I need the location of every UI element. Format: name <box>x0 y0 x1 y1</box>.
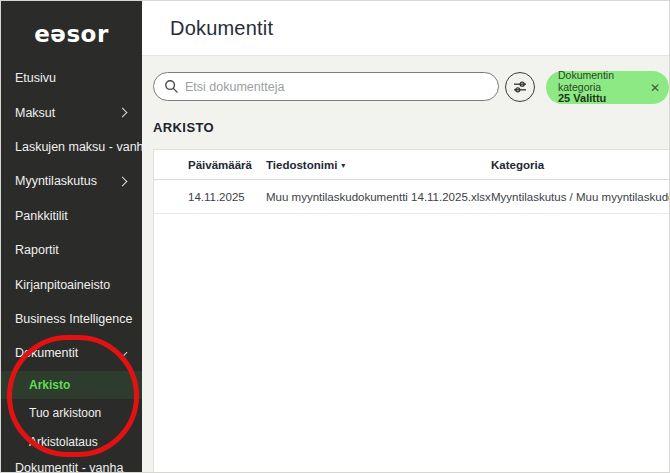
sidebar-item-label: Maksut <box>15 106 55 120</box>
sidebar-item-label: Etusivu <box>15 71 56 85</box>
chip-value: 25 Valittu <box>558 93 644 105</box>
page-title: Dokumentit <box>170 17 273 40</box>
sidebar-item-kirjanpitoaineisto[interactable]: Kirjanpitoaineisto <box>1 267 142 301</box>
chip-label: Dokumentin kategoria <box>558 70 644 93</box>
content-area: Dokumentin kategoria 25 Valittu ✕ ARKIST… <box>142 56 669 472</box>
sidebar-item-label: Arkisto <box>29 378 70 392</box>
table-header-row: Päivämäärä Tiedostonimi▾ Kategoria <box>154 150 670 180</box>
sidebar-menu: Etusivu Maksut Laskujen maksu - vanha My… <box>1 61 142 473</box>
sidebar-item-laskujen-maksu-vanha[interactable]: Laskujen maksu - vanha <box>1 130 142 164</box>
category-filter-chip[interactable]: Dokumentin kategoria 25 Valittu ✕ <box>546 71 669 104</box>
archive-section-title: ARKISTO <box>153 120 214 135</box>
col-header-category[interactable]: Kategoria <box>491 159 670 171</box>
table-row[interactable]: 14.11.2025 Muu myyntilaskudokumentti 14.… <box>154 180 670 214</box>
search-input[interactable] <box>185 80 488 94</box>
sidebar-item-label: Dokumentit - vanha <box>15 461 123 473</box>
sidebar-item-label: Raportit <box>15 243 59 257</box>
main-area: Dokumentit Dokumentin <box>142 1 669 472</box>
search-box[interactable] <box>153 72 499 101</box>
easor-logo: eǝsor <box>1 1 142 61</box>
cell-category: Myyntilaskutus / Muu myyntilaskudokum <box>491 191 670 203</box>
cell-filename: Muu myyntilaskudokumentti 14.11.2025.xls… <box>266 191 491 203</box>
sidebar-item-arkisto[interactable]: Arkisto <box>1 371 142 400</box>
sidebar: eǝsor Etusivu Maksut Laskujen maksu - va… <box>1 1 142 472</box>
sidebar-item-tuo-arkistoon[interactable]: Tuo arkistoon <box>1 399 142 428</box>
sort-desc-icon: ▾ <box>341 161 345 170</box>
cell-date: 14.11.2025 <box>188 191 266 203</box>
sidebar-item-maksut[interactable]: Maksut <box>1 95 142 129</box>
app-window: eǝsor Etusivu Maksut Laskujen maksu - va… <box>0 0 670 473</box>
col-header-filename[interactable]: Tiedostonimi▾ <box>266 159 491 171</box>
sidebar-item-dokumentit[interactable]: Dokumentit <box>1 336 142 370</box>
sidebar-item-dokumentit-vanha[interactable]: Dokumentit - vanha <box>1 456 142 473</box>
sidebar-item-etusivu[interactable]: Etusivu <box>1 61 142 95</box>
sidebar-item-label: Dokumentit <box>15 346 78 360</box>
page-header: Dokumentit <box>142 1 669 56</box>
sidebar-item-label: Pankkitilit <box>15 209 68 223</box>
search-icon <box>164 79 179 94</box>
col-header-filename-label: Tiedostonimi <box>266 159 337 171</box>
archive-table: Päivämäärä Tiedostonimi▾ Kategoria 14.11… <box>153 149 670 472</box>
sidebar-item-raportit[interactable]: Raportit <box>1 233 142 267</box>
sidebar-item-label: Myyntilaskutus <box>15 174 97 188</box>
chip-text: Dokumentin kategoria 25 Valittu <box>558 70 644 105</box>
sidebar-item-label: Kirjanpitoaineisto <box>15 278 110 292</box>
sidebar-item-pankkitilit[interactable]: Pankkitilit <box>1 199 142 233</box>
chip-close-icon[interactable]: ✕ <box>644 81 660 95</box>
chevron-down-icon <box>118 347 128 357</box>
sidebar-item-label: Laskujen maksu - vanha <box>15 140 151 154</box>
chevron-right-icon <box>118 176 128 186</box>
sidebar-item-label: Arkistolataus <box>29 435 98 449</box>
sidebar-item-label: Tuo arkistoon <box>29 406 101 420</box>
sidebar-item-arkistolataus[interactable]: Arkistolataus <box>1 428 142 457</box>
filter-button[interactable] <box>505 72 535 102</box>
col-header-date[interactable]: Päivämäärä <box>188 159 266 171</box>
chevron-right-icon <box>118 108 128 118</box>
sidebar-item-label: Business Intelligence <box>15 312 132 326</box>
sidebar-item-myyntilaskutus[interactable]: Myyntilaskutus <box>1 164 142 198</box>
filter-sliders-icon <box>512 79 528 95</box>
sidebar-item-business-intelligence[interactable]: Business Intelligence <box>1 302 142 336</box>
